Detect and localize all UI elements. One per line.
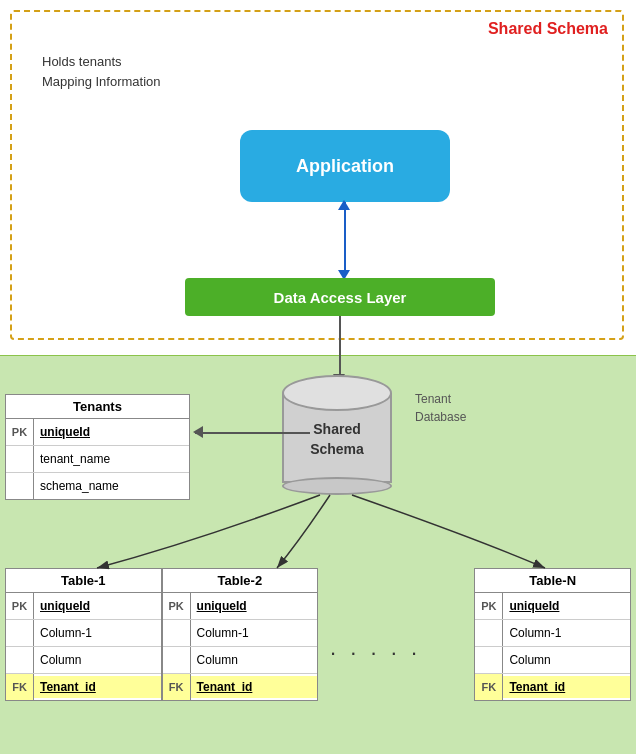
- arrow-vertical: [344, 202, 346, 274]
- table1-pk-field: uniqueId: [34, 595, 161, 617]
- tenants-row3-empty: [6, 473, 34, 499]
- table2-row2-empty: [163, 620, 191, 646]
- tenants-table-row-3: schema_name: [6, 473, 189, 499]
- dal-label: Data Access Layer: [274, 289, 407, 306]
- table-2: Table-2 PK uniqueId Column-1 Column FK T…: [162, 568, 319, 701]
- tenants-row2-data: tenant_name: [34, 448, 189, 470]
- arrow-db-to-tenants-line: [195, 432, 310, 434]
- tenants-pk-label: PK: [6, 419, 34, 445]
- tableN-row2-empty: [475, 620, 503, 646]
- table1-fk-label: FK: [6, 674, 34, 700]
- tenants-row2-empty: [6, 446, 34, 472]
- table2-row3-data: Column: [191, 649, 318, 671]
- table1-row3-empty: [6, 647, 34, 673]
- table-1: Table-1 PK uniqueId Column-1 Column FK T…: [5, 568, 162, 701]
- dal-box: Data Access Layer: [185, 278, 495, 316]
- tableN-row3: Column: [475, 647, 630, 674]
- table1-pk-label: PK: [6, 593, 34, 619]
- db-label: Shared Schema: [282, 420, 392, 459]
- tableN-row3-empty: [475, 647, 503, 673]
- table2-row2: Column-1: [163, 620, 318, 647]
- tableN-row2: Column-1: [475, 620, 630, 647]
- table2-row3: Column: [163, 647, 318, 674]
- tableN-pk-label: PK: [475, 593, 503, 619]
- application-label: Application: [296, 156, 394, 177]
- tableN-row3-data: Column: [503, 649, 630, 671]
- table1-fk-row: FK Tenant_id: [6, 674, 161, 700]
- db-cylinder-bottom: [282, 477, 392, 495]
- table1-pk-row: PK uniqueId: [6, 593, 161, 620]
- table1-header: Table-1: [6, 569, 161, 593]
- tableN-row2-data: Column-1: [503, 622, 630, 644]
- table2-fk-label: FK: [163, 674, 191, 700]
- table2-header: Table-2: [163, 569, 318, 593]
- application-box: Application: [240, 130, 450, 202]
- tenants-table: Tenants PK uniqueId tenant_name schema_n…: [5, 394, 190, 500]
- tenant-db-text: Tenant Database: [415, 390, 466, 426]
- table2-pk-row: PK uniqueId: [163, 593, 318, 620]
- holds-tenants-text: Holds tenants Mapping Information: [42, 52, 161, 91]
- table1-row3: Column: [6, 647, 161, 674]
- tenants-table-header: Tenants: [6, 395, 189, 419]
- tableN-header: Table-N: [475, 569, 630, 593]
- table2-pk-label: PK: [163, 593, 191, 619]
- database-cylinder: Shared Schema: [282, 375, 392, 495]
- tenants-pk-field: uniqueId: [34, 421, 189, 443]
- table2-fk-row: FK Tenant_id: [163, 674, 318, 700]
- arrow-dal-to-db: [339, 316, 341, 376]
- tenants-table-row-2: tenant_name: [6, 446, 189, 473]
- bottom-tables-row: Table-1 PK uniqueId Column-1 Column FK T…: [0, 568, 636, 701]
- tableN-pk-row: PK uniqueId: [475, 593, 630, 620]
- tableN-fk-label: FK: [475, 674, 503, 700]
- db-cylinder-top: [282, 375, 392, 411]
- table1-row2-empty: [6, 620, 34, 646]
- tableN-fk-row: FK Tenant_id: [475, 674, 630, 700]
- table1-row2-data: Column-1: [34, 622, 161, 644]
- table1-row3-data: Column: [34, 649, 161, 671]
- tableN-pk-field: uniqueId: [503, 595, 630, 617]
- table2-pk-field: uniqueId: [191, 595, 318, 617]
- table2-fk-field: Tenant_id: [191, 676, 318, 698]
- shared-schema-label: Shared Schema: [488, 20, 608, 38]
- table2-row3-empty: [163, 647, 191, 673]
- table1-row2: Column-1: [6, 620, 161, 647]
- tenants-row3-data: schema_name: [34, 475, 189, 497]
- tenants-table-row-pk: PK uniqueId: [6, 419, 189, 446]
- tableN-fk-field: Tenant_id: [503, 676, 630, 698]
- arrow-db-to-tenants-head: [193, 426, 203, 438]
- table1-fk-field: Tenant_id: [34, 676, 161, 698]
- table2-row2-data: Column-1: [191, 622, 318, 644]
- dots-indicator: · · · · ·: [330, 640, 421, 666]
- table-dots-spacer: [318, 568, 474, 701]
- table-n: Table-N PK uniqueId Column-1 Column FK T…: [474, 568, 631, 701]
